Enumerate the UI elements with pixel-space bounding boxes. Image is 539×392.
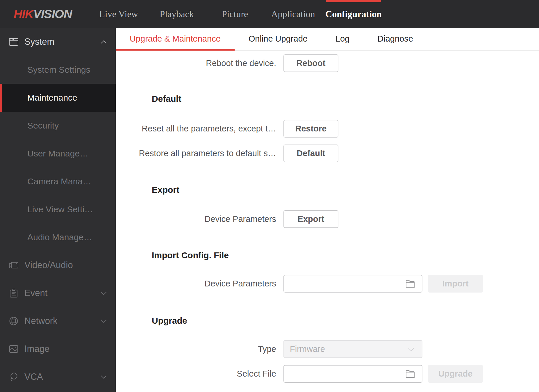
- sidebar-item-camera-management[interactable]: Camera Mana…: [0, 168, 116, 195]
- main-menu: Live View Playback Picture Application C…: [90, 0, 385, 28]
- tab-upgrade-maintenance[interactable]: Upgrade & Maintenance: [116, 28, 235, 50]
- sidebar-item-vca[interactable]: VCA: [0, 363, 116, 391]
- export-section-heading: Export: [152, 186, 539, 194]
- menu-item-label: Application: [271, 9, 315, 19]
- restore-label: Reset all the parameters, except t…: [116, 124, 276, 133]
- export-label: Device Parameters: [116, 214, 276, 224]
- sidebar-item-security[interactable]: Security: [0, 112, 116, 140]
- sidebar-item-audio-management[interactable]: Audio Manage…: [0, 223, 116, 251]
- folder-browse-icon[interactable]: [406, 370, 415, 378]
- clipboard-icon: [9, 289, 19, 297]
- sidebar-item-label: Live View Setti…: [0, 204, 93, 214]
- globe-icon: [9, 317, 19, 325]
- chevron-up-icon: [101, 40, 107, 44]
- logo-part-gray: VISION: [33, 7, 72, 21]
- tab-label: Log: [335, 34, 349, 43]
- sidebar-item-network[interactable]: Network: [0, 307, 116, 335]
- sidebar-item-label: System: [0, 37, 54, 47]
- sidebar-item-live-view-settings[interactable]: Live View Setti…: [0, 195, 116, 223]
- content-area: Upgrade & Maintenance Online Upgrade Log…: [116, 28, 539, 392]
- sidebar: System System Settings Maintenance Secur…: [0, 28, 116, 392]
- sidebar-item-event[interactable]: Event: [0, 279, 116, 307]
- active-menu-indicator: [326, 0, 381, 2]
- type-label: Type: [116, 344, 276, 354]
- upgrade-file-input[interactable]: [283, 365, 422, 383]
- sidebar-item-video-audio[interactable]: Video/Audio: [0, 251, 116, 279]
- restore-row: Reset all the parameters, except t… Rest…: [116, 120, 539, 138]
- chevron-down-icon: [101, 292, 107, 295]
- default-label: Restore all parameters to default s…: [116, 149, 276, 158]
- sidebar-item-label: Event: [0, 288, 47, 298]
- menu-item-label: Playback: [160, 9, 194, 19]
- tab-label: Upgrade & Maintenance: [130, 34, 221, 43]
- logo-part-red: HIK: [14, 7, 33, 21]
- select-file-label: Select File: [116, 369, 276, 379]
- import-file-input[interactable]: [283, 275, 422, 293]
- sidebar-item-label: Security: [0, 121, 59, 131]
- sidebar-item-label: System Settings: [0, 65, 90, 75]
- default-button[interactable]: Default: [283, 145, 338, 162]
- chevron-down-icon: [101, 320, 107, 323]
- upgrade-button[interactable]: Upgrade: [428, 365, 483, 383]
- tab-online-upgrade[interactable]: Online Upgrade: [235, 28, 322, 50]
- folder-browse-icon[interactable]: [406, 280, 415, 288]
- firmware-type-value: Firmware: [290, 344, 325, 354]
- sidebar-item-maintenance[interactable]: Maintenance: [0, 84, 116, 112]
- chevron-down-icon: [408, 348, 414, 351]
- sidebar-item-label: Image: [0, 344, 49, 354]
- default-row: Restore all parameters to default s… Def…: [116, 145, 539, 162]
- system-window-icon: [9, 38, 19, 46]
- tab-label: Online Upgrade: [249, 34, 308, 43]
- sidebar-item-label: VCA: [0, 372, 43, 382]
- top-navbar: HIKVISION Live View Playback Picture App…: [0, 0, 539, 28]
- tab-label: Diagnose: [377, 34, 413, 43]
- select-file-row: Select File Upgrade: [116, 365, 539, 383]
- upgrade-section-heading: Upgrade: [152, 316, 539, 325]
- menu-item-label: Picture: [222, 9, 248, 19]
- picture-icon: [9, 345, 19, 353]
- page: HIKVISION Live View Playback Picture App…: [0, 0, 539, 392]
- chevron-down-icon: [101, 375, 107, 379]
- menu-item-label: Configuration: [325, 9, 382, 19]
- hikvision-logo: HIKVISION: [14, 0, 72, 28]
- reboot-label: Reboot the device.: [116, 58, 276, 68]
- sidebar-item-system-settings[interactable]: System Settings: [0, 56, 116, 84]
- sidebar-item-label: Audio Manage…: [0, 232, 92, 242]
- menu-item-playback[interactable]: Playback: [148, 0, 206, 28]
- maintenance-form: Reboot the device. Reboot Default Reset …: [116, 54, 539, 383]
- firmware-type-select[interactable]: Firmware: [283, 340, 422, 358]
- menu-item-live-view[interactable]: Live View: [90, 0, 148, 28]
- export-row: Device Parameters Export: [116, 210, 539, 228]
- import-button[interactable]: Import: [428, 275, 483, 293]
- menu-item-configuration[interactable]: Configuration: [322, 0, 385, 28]
- tab-bar: Upgrade & Maintenance Online Upgrade Log…: [116, 28, 539, 51]
- tab-diagnose[interactable]: Diagnose: [363, 28, 427, 50]
- menu-item-picture[interactable]: Picture: [206, 0, 264, 28]
- upgrade-type-row: Type Firmware: [116, 340, 539, 358]
- sidebar-item-image[interactable]: Image: [0, 335, 116, 363]
- import-label: Device Parameters: [116, 279, 276, 288]
- sidebar-item-label: Maintenance: [0, 93, 77, 103]
- sidebar-item-label: Camera Mana…: [0, 177, 91, 186]
- menu-item-label: Live View: [99, 9, 138, 19]
- tab-log[interactable]: Log: [322, 28, 363, 50]
- export-button[interactable]: Export: [283, 210, 338, 228]
- import-file-box: [283, 275, 422, 293]
- reboot-row: Reboot the device. Reboot: [116, 54, 539, 72]
- default-section-heading: Default: [152, 95, 539, 103]
- import-section-heading: Import Config. File: [152, 251, 539, 260]
- vca-head-icon: [9, 373, 19, 381]
- import-row: Device Parameters Import: [116, 275, 539, 293]
- sidebar-item-user-management[interactable]: User Manage…: [0, 140, 116, 168]
- reboot-button[interactable]: Reboot: [283, 54, 338, 72]
- video-camera-icon: [9, 262, 19, 269]
- sidebar-item-label: User Manage…: [0, 149, 88, 158]
- upgrade-file-box: [283, 365, 422, 383]
- restore-button[interactable]: Restore: [283, 120, 338, 138]
- sidebar-item-system[interactable]: System: [0, 28, 116, 56]
- menu-item-application[interactable]: Application: [264, 0, 322, 28]
